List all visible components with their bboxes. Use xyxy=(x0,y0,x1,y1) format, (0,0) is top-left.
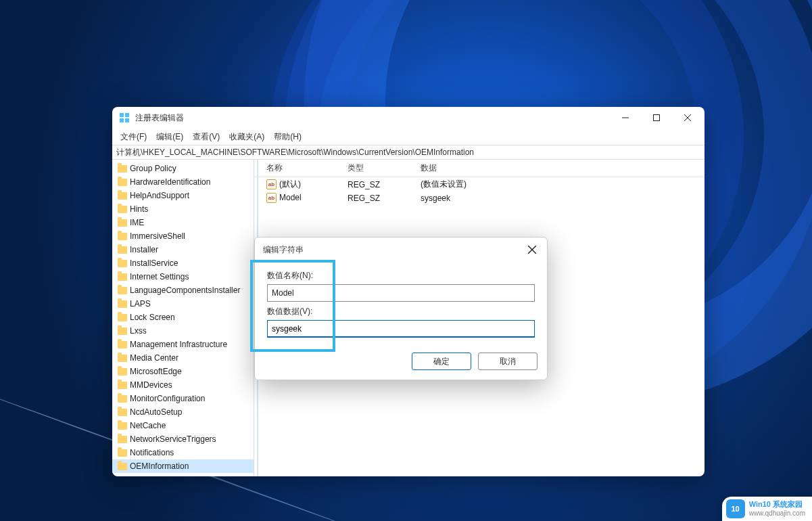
tree-item-label: Media Center xyxy=(130,352,178,364)
tree-item-label: Internet Settings xyxy=(130,271,189,283)
close-button[interactable] xyxy=(672,107,703,129)
tree-item-label: HardwareIdentification xyxy=(130,176,210,188)
tree-item-label: NetCache xyxy=(130,420,166,432)
tree-item-label: Notifications xyxy=(130,447,174,459)
tree-item[interactable]: Lxss xyxy=(112,324,254,338)
tree-item[interactable]: OEMInformation xyxy=(112,459,254,473)
value-data: sysgeek xyxy=(415,192,704,204)
tree-item[interactable]: IME xyxy=(112,216,254,229)
tree-item[interactable]: Notifications xyxy=(112,446,254,459)
tree-item-label: Group Policy xyxy=(130,162,176,175)
grid-row[interactable]: ab(默认)REG_SZ(数值未设置) xyxy=(254,177,704,191)
folder-icon xyxy=(118,246,127,254)
tree-item[interactable]: LanguageComponentsInstaller xyxy=(112,284,254,297)
folder-icon xyxy=(118,192,127,200)
tree-item[interactable]: Management Infrastructure xyxy=(112,338,254,351)
tree-item[interactable]: Installer xyxy=(112,243,254,256)
folder-icon xyxy=(118,300,127,308)
tree-item[interactable]: LAPS xyxy=(112,297,254,311)
value-name-input[interactable] xyxy=(267,284,535,302)
tree-item-label: MicrosoftEdge xyxy=(130,365,182,378)
folder-icon xyxy=(118,179,127,186)
minimize-button[interactable] xyxy=(610,107,641,129)
string-value-icon: ab xyxy=(266,193,277,203)
tree-item[interactable]: MicrosoftEdge xyxy=(112,365,254,378)
tree-item-label: InstallService xyxy=(130,257,178,269)
tree-item[interactable]: InstallService xyxy=(112,256,254,270)
value-data-label: 数值数据(V): xyxy=(267,306,535,317)
svg-rect-5 xyxy=(654,115,660,121)
folder-icon xyxy=(118,327,127,335)
tree-item[interactable]: Hints xyxy=(112,202,254,216)
tree-item[interactable]: NetCache xyxy=(112,419,254,432)
tree-item-label: ImmersiveShell xyxy=(130,230,185,242)
tree-item-label: NetworkServiceTriggers xyxy=(130,433,216,445)
folder-icon xyxy=(118,368,127,376)
titlebar[interactable]: 注册表编辑器 xyxy=(112,107,704,129)
tree-item-label: MonitorConfiguration xyxy=(130,392,205,405)
grid-row[interactable]: abModelREG_SZsysgeek xyxy=(254,191,704,204)
tree-item-label: IME xyxy=(130,217,144,229)
value-data-input[interactable] xyxy=(267,320,535,338)
svg-rect-3 xyxy=(125,118,129,122)
col-header-type[interactable]: 类型 xyxy=(342,160,415,177)
value-name: Model xyxy=(279,193,302,202)
tree-item-label: MMDevices xyxy=(130,379,172,391)
tree-item[interactable]: MMDevices xyxy=(112,378,254,392)
watermark-badge: 10 xyxy=(726,499,745,518)
folder-icon xyxy=(118,165,127,173)
tree-item-label: Management Infrastructure xyxy=(130,338,227,350)
svg-rect-2 xyxy=(120,118,124,122)
tree-panel[interactable]: Group PolicyHardwareIdentificationHelpAn… xyxy=(112,160,254,476)
menu-edit[interactable]: 编辑(E) xyxy=(152,130,187,144)
tree-item[interactable]: Group Policy xyxy=(112,162,254,175)
dialog-close-button[interactable] xyxy=(525,243,539,256)
menubar: 文件(F) 编辑(E) 查看(V) 收藏夹(A) 帮助(H) xyxy=(112,129,704,145)
tree-item-label: OEMInformation xyxy=(130,460,189,472)
string-value-icon: ab xyxy=(266,179,277,189)
folder-icon xyxy=(118,260,127,267)
ok-button[interactable]: 确定 xyxy=(412,353,471,370)
tree-item[interactable]: HardwareIdentification xyxy=(112,175,254,189)
folder-icon xyxy=(118,422,127,430)
folder-icon xyxy=(118,382,127,389)
folder-icon xyxy=(118,355,127,362)
menu-file[interactable]: 文件(F) xyxy=(116,130,151,144)
tree-item-label: LanguageComponentsInstaller xyxy=(130,284,240,296)
tree-item[interactable]: ImmersiveShell xyxy=(112,229,254,243)
tree-item-label: NcdAutoSetup xyxy=(130,406,182,418)
value-name: (默认) xyxy=(279,179,301,189)
col-header-name[interactable]: 名称 xyxy=(261,160,342,177)
app-icon xyxy=(119,112,130,123)
folder-icon xyxy=(118,287,127,294)
tree-item[interactable]: Media Center xyxy=(112,351,254,365)
tree-item-label: Installer xyxy=(130,244,158,256)
menu-help[interactable]: 帮助(H) xyxy=(270,130,306,144)
menu-view[interactable]: 查看(V) xyxy=(189,130,224,144)
dialog-title: 编辑字符串 xyxy=(263,244,525,256)
svg-rect-1 xyxy=(125,113,129,117)
tree-item-label: HelpAndSupport xyxy=(130,189,189,202)
tree-item[interactable]: NcdAutoSetup xyxy=(112,405,254,419)
svg-rect-0 xyxy=(120,113,124,117)
folder-icon xyxy=(118,206,127,213)
folder-icon xyxy=(118,409,127,416)
watermark-line1: Win10 系统家园 xyxy=(749,500,805,509)
menu-fav[interactable]: 收藏夹(A) xyxy=(225,130,268,144)
maximize-button[interactable] xyxy=(641,107,672,129)
cancel-button[interactable]: 取消 xyxy=(478,353,538,370)
watermark-line2: www.qdhuajin.com xyxy=(749,509,805,518)
col-header-data[interactable]: 数据 xyxy=(415,160,704,177)
tree-item[interactable]: NetworkServiceTriggers xyxy=(112,432,254,446)
folder-icon xyxy=(118,273,127,281)
grid-header: 名称 类型 数据 xyxy=(254,160,704,177)
tree-item[interactable]: Internet Settings xyxy=(112,270,254,284)
tree-item[interactable]: Lock Screen xyxy=(112,311,254,324)
window-title: 注册表编辑器 xyxy=(135,112,610,124)
value-type: REG_SZ xyxy=(342,179,415,191)
folder-icon xyxy=(118,219,127,227)
tree-item[interactable]: MonitorConfiguration xyxy=(112,392,254,405)
address-bar[interactable]: 计算机\HKEY_LOCAL_MACHINE\SOFTWARE\Microsof… xyxy=(112,145,704,160)
address-text: 计算机\HKEY_LOCAL_MACHINE\SOFTWARE\Microsof… xyxy=(116,147,474,158)
tree-item[interactable]: HelpAndSupport xyxy=(112,189,254,202)
